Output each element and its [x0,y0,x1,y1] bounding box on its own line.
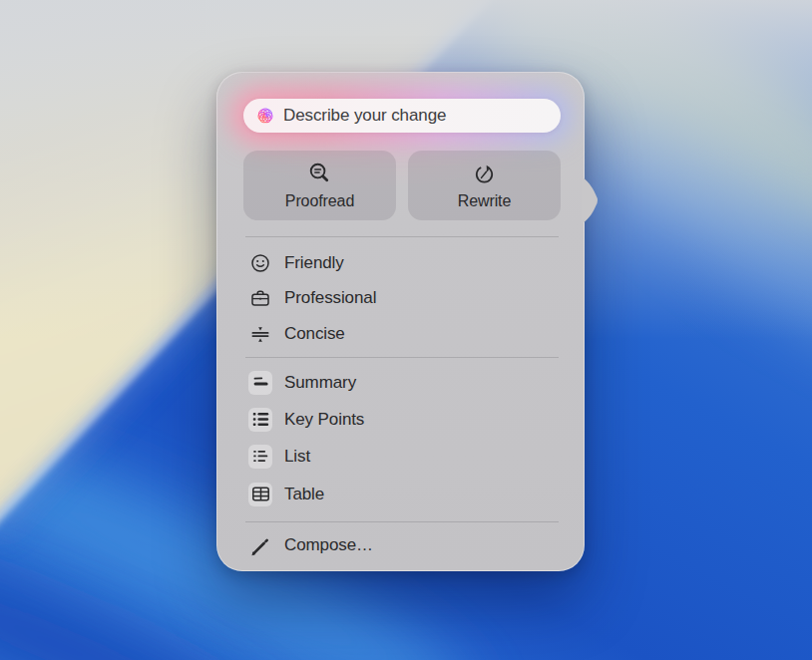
menu-item-label: Summary [284,373,356,393]
menu-item-professional[interactable]: Professional [217,280,584,316]
menu-item-summary[interactable]: Summary [217,364,584,401]
divider [245,236,559,237]
divider [245,357,559,358]
summary-lines-icon [248,371,272,395]
table-grid-icon [248,483,272,506]
menu-item-label: Compose… [284,535,373,555]
proofread-magnifier-icon [306,161,333,187]
rewrite-label: Rewrite [458,192,512,210]
rewrite-icon [471,161,498,187]
menu-item-key-points[interactable]: Key Points [217,401,584,438]
rewrite-button[interactable]: Rewrite [408,151,561,220]
input-placeholder: Describe your change [283,106,446,126]
proofread-label: Proofread [285,192,354,210]
menu-item-friendly[interactable]: Friendly [217,245,584,281]
menu-item-label: Key Points [284,410,364,430]
menu-item-compose[interactable]: Compose… [217,527,584,563]
menu-item-label: Friendly [284,253,344,273]
apple-intelligence-icon [255,106,275,126]
divider [245,521,559,522]
proofread-button[interactable]: Proofread [243,151,396,220]
menu-item-list[interactable]: List [217,438,584,475]
briefcase-icon [247,285,273,311]
key-points-list-icon [248,408,272,432]
primary-actions: Proofread Rewrite [243,151,561,220]
menu-item-label: Table [284,485,324,504]
concise-compress-icon [247,321,273,347]
menu-item-table[interactable]: Table [217,476,584,512]
smiley-icon [247,250,273,276]
menu-item-label: List [284,447,310,467]
compose-pencil-icon [247,532,273,558]
describe-change-input[interactable]: Describe your change [243,99,561,133]
popover-arrow [582,176,601,224]
menu-item-concise[interactable]: Concise [217,316,584,351]
writing-tools-popover: Describe your change Proofread [216,72,585,571]
list-bullets-icon [248,445,272,469]
menu-item-label: Professional [284,288,376,308]
menu-item-label: Concise [284,324,345,344]
